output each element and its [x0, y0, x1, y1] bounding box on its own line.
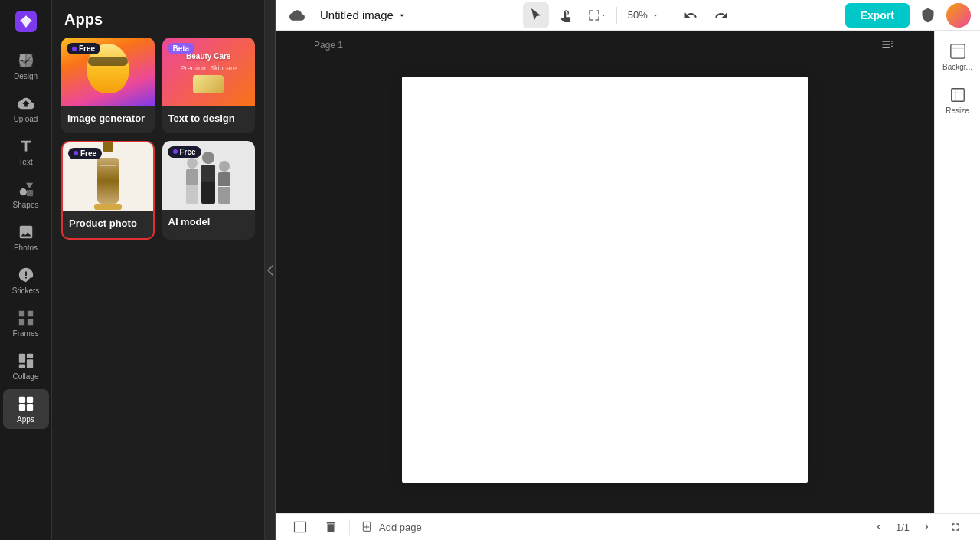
frame-tool-button[interactable]	[584, 2, 610, 28]
svg-rect-9	[26, 354, 32, 358]
doc-title-text: Untitled image	[320, 8, 394, 21]
svg-rect-1	[19, 54, 24, 60]
notes-icon	[880, 37, 896, 52]
app-card-ai-model-preview: Free	[162, 141, 256, 210]
select-icon	[529, 8, 543, 22]
upload-icon	[18, 95, 34, 112]
user-avatar[interactable]	[946, 3, 971, 28]
redo-icon	[714, 8, 728, 22]
undo-button[interactable]	[678, 2, 704, 28]
svg-rect-17	[951, 89, 964, 102]
sidebar-item-shapes[interactable]: Shapes	[3, 175, 49, 214]
trash-icon	[324, 520, 338, 534]
shield-icon	[920, 8, 936, 23]
next-page-button[interactable]	[916, 516, 937, 538]
zoom-level: 50%	[628, 9, 648, 21]
sidebar-item-upload[interactable]: Upload	[3, 89, 49, 129]
chevron-left-icon	[267, 265, 273, 276]
canvas-scroll-area[interactable]: Page 1	[276, 31, 934, 513]
sidebar-item-design[interactable]: Design	[3, 46, 49, 86]
zoom-dropdown-icon	[651, 11, 660, 20]
page-thumb-icon	[293, 520, 307, 534]
page-count: 1/1	[896, 522, 910, 533]
chevron-down-icon	[397, 10, 407, 21]
select-tool-button[interactable]	[523, 2, 549, 28]
main-area: Untitled image 50%	[276, 0, 980, 540]
canvas-container: Page 1 Backgr... Resize	[276, 31, 980, 513]
cloud-save-button[interactable]	[285, 3, 309, 28]
delete-page-button[interactable]	[318, 515, 343, 539]
svg-rect-7	[26, 190, 32, 196]
hand-tool-button[interactable]	[554, 2, 580, 28]
add-page-icon	[362, 521, 374, 533]
app-logo[interactable]	[11, 6, 41, 37]
page-label: Page 1	[314, 40, 343, 51]
app-card-text-to-design[interactable]: Beauty Care Premium Skincare Beta Text t…	[162, 38, 256, 133]
app-card-image-generator-label: Image generator	[61, 106, 155, 133]
sidebar-item-photos[interactable]: Photos	[3, 218, 49, 257]
page-options-icon[interactable]	[880, 37, 896, 55]
toolbar-divider-2	[671, 7, 671, 24]
sidebar-item-collage[interactable]: Collage	[3, 346, 49, 386]
svg-rect-11	[18, 365, 24, 368]
svg-rect-10	[26, 359, 32, 368]
svg-rect-4	[26, 61, 31, 67]
sidebar-item-stickers-label: Stickers	[12, 286, 40, 296]
resize-label: Resize	[946, 106, 969, 115]
dropdown-arrow-icon	[599, 11, 607, 19]
app-card-image-generator[interactable]: Free Image generator	[61, 38, 155, 133]
app-card-product-photo-label: Product photo	[63, 211, 153, 238]
cloud-icon	[289, 8, 305, 23]
sidebar-item-collage-label: Collage	[13, 372, 39, 381]
stickers-icon	[18, 267, 34, 283]
bottom-bar: Add page 1/1	[276, 513, 980, 540]
svg-rect-8	[18, 354, 24, 363]
apps-icon	[18, 395, 34, 412]
toolbar: Untitled image 50%	[276, 0, 980, 31]
svg-rect-13	[26, 397, 32, 403]
background-label: Backgr...	[942, 63, 972, 71]
sidebar-item-shapes-label: Shapes	[13, 201, 39, 210]
sidebar: Design Upload Text Shapes Photos Sticker…	[0, 0, 52, 540]
shapes-icon	[18, 181, 34, 198]
zoom-button[interactable]: 50%	[623, 6, 665, 24]
expand-button[interactable]	[943, 515, 968, 539]
design-icon	[18, 52, 34, 69]
shield-button[interactable]	[916, 3, 940, 28]
background-button[interactable]: Backgr...	[938, 37, 978, 77]
resize-button[interactable]: Resize	[938, 80, 978, 121]
hand-icon	[560, 8, 573, 22]
collage-icon	[18, 352, 34, 369]
panel-collapse-handle[interactable]	[265, 0, 276, 540]
badge-free-image-gen: Free	[67, 43, 100, 54]
sidebar-item-stickers[interactable]: Stickers	[3, 260, 49, 300]
app-card-product-photo[interactable]: Free Product photo	[61, 141, 155, 240]
svg-rect-14	[18, 404, 24, 411]
canvas-page[interactable]	[402, 77, 808, 483]
badge-free-product-photo: Free	[68, 148, 102, 159]
undo-icon	[684, 8, 697, 22]
expand-icon	[949, 521, 962, 533]
sidebar-item-text[interactable]: Text	[3, 132, 49, 172]
sidebar-item-frames[interactable]: Frames	[3, 303, 49, 343]
app-card-ai-model[interactable]: Free AI model	[162, 141, 256, 240]
app-card-image-generator-preview: Free	[61, 38, 155, 106]
sidebar-item-design-label: Design	[14, 72, 38, 81]
prev-page-button[interactable]	[868, 516, 890, 538]
page-thumbnail-button[interactable]	[288, 515, 312, 539]
add-page-button[interactable]: Add page	[356, 518, 428, 536]
badge-free-ai-model: Free	[168, 146, 201, 158]
background-icon	[949, 43, 966, 60]
resize-icon	[949, 87, 966, 103]
doc-title-button[interactable]: Untitled image	[315, 5, 412, 25]
svg-rect-16	[950, 44, 964, 58]
app-card-product-photo-preview: Free	[63, 142, 153, 211]
redo-button[interactable]	[708, 2, 734, 28]
avatar-image	[946, 3, 971, 28]
export-button[interactable]: Export	[845, 3, 910, 28]
sidebar-item-apps[interactable]: Apps	[3, 389, 49, 429]
bottom-divider-1	[349, 519, 350, 535]
sidebar-item-frames-label: Frames	[13, 329, 39, 339]
app-card-text-to-design-label: Text to design	[162, 106, 256, 133]
right-panel: Backgr... Resize	[934, 31, 980, 513]
